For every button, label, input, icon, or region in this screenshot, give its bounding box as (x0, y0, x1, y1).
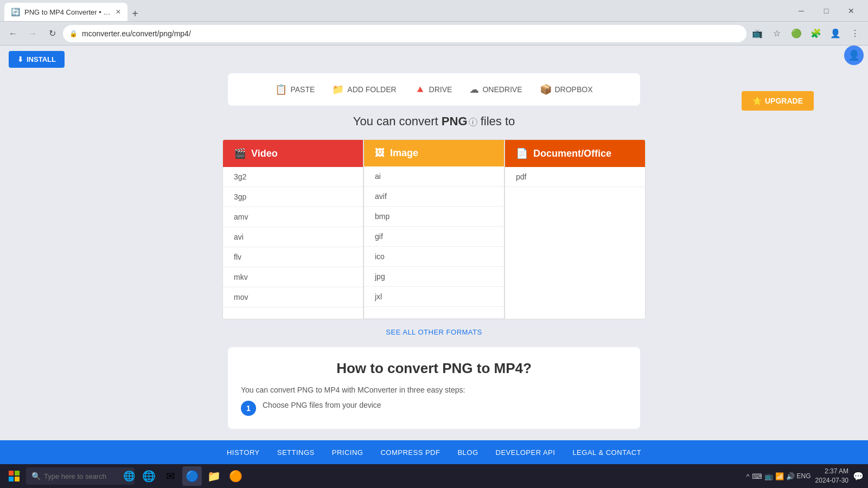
video-card: 🎬 Video 3g2 3gp amv avi flv mkv mov (222, 139, 363, 319)
forward-button[interactable]: → (24, 25, 41, 42)
chevron-up-icon[interactable]: ^ (746, 472, 749, 480)
how-to-intro: You can convert PNG to MP4 with MConvert… (241, 386, 627, 394)
image-card-body[interactable]: ai avif bmp gif ico jpg jxl (364, 166, 504, 318)
wifi-icon[interactable]: 📶 (775, 472, 784, 480)
step-1-text: Choose PNG files from your device (263, 401, 381, 409)
drive-icon: 🔺 (414, 84, 426, 95)
maximize-button[interactable]: □ (814, 0, 839, 22)
bing-icon: 🌐 (123, 470, 135, 482)
nav-legal-contact[interactable]: LEGAL & CONTACT (572, 448, 641, 457)
menu-button[interactable]: ⋮ (846, 25, 864, 42)
drive-option[interactable]: 🔺 DRIVE (414, 84, 452, 95)
lang-label: ENG (797, 472, 811, 480)
new-tab-button[interactable]: + (127, 6, 143, 21)
address-bar-row: ← → ↻ 🔒 mconverter.eu/convert/png/mp4/ 📺… (0, 22, 868, 46)
taskbar-search-input[interactable] (44, 472, 120, 480)
paste-option[interactable]: 📋 PASTE (275, 84, 315, 95)
format-bmp[interactable]: bmp (364, 207, 504, 227)
notification-icon[interactable]: 💬 (853, 471, 864, 481)
dropbox-label: DROPBOX (555, 85, 593, 94)
how-to-step-1: 1 Choose PNG files from your device (241, 401, 627, 416)
nav-blog[interactable]: BLOG (457, 448, 478, 457)
format-ai[interactable]: ai (364, 166, 504, 187)
bottom-nav: HISTORY SETTINGS PRICING COMPRESS PDF BL… (0, 440, 868, 464)
format-avi[interactable]: avi (223, 227, 363, 247)
nav-compress-pdf[interactable]: COMPRESS PDF (380, 448, 440, 457)
tab-close-btn[interactable]: ✕ (116, 8, 121, 16)
install-label: INSTALL (27, 55, 56, 63)
svg-rect-2 (9, 477, 14, 481)
how-to-title: How to convert PNG to MP4? (241, 360, 627, 377)
format-pdf[interactable]: pdf (505, 167, 645, 187)
paste-label: PASTE (290, 85, 315, 94)
close-button[interactable]: ✕ (839, 0, 864, 22)
browser-chrome: 🔄 PNG to MP4 Converter • Online... ✕ + ─… (0, 0, 868, 22)
cast-button[interactable]: 📺 (749, 25, 766, 42)
tab-favicon: 🔄 (11, 8, 20, 16)
refresh-button[interactable]: ↻ (43, 25, 61, 42)
dropbox-option[interactable]: 📦 DROPBOX (540, 84, 593, 95)
chrome-icon: 🔵 (186, 470, 199, 483)
onedrive-option[interactable]: ☁ ONEDRIVE (469, 84, 522, 95)
user-avatar[interactable]: 👤 (844, 46, 864, 65)
upload-options-bar: 📋 PASTE 📁 ADD FOLDER 🔺 DRIVE ☁ ONEDRIVE … (228, 73, 640, 106)
profile-button[interactable]: 👤 (827, 25, 844, 42)
format-avif[interactable]: avif (364, 187, 504, 207)
add-folder-option[interactable]: 📁 ADD FOLDER (332, 84, 396, 95)
keyboard-icon[interactable]: ⌨ (752, 472, 762, 480)
taskbar-chrome-app[interactable]: 🔵 (182, 466, 202, 486)
folder-icon: 📁 (332, 84, 344, 95)
install-button[interactable]: ⬇ INSTALL (9, 51, 65, 68)
active-tab[interactable]: 🔄 PNG to MP4 Converter • Online... ✕ (4, 3, 127, 21)
nav-pricing[interactable]: PRICING (332, 448, 363, 457)
display-icon[interactable]: 📺 (764, 472, 773, 480)
see-all-label: SEE ALL OTHER FORMATS (386, 328, 482, 336)
windows-logo-icon (9, 471, 20, 481)
image-card-header: 🖼 Image (364, 140, 504, 166)
format-mkv[interactable]: mkv (223, 267, 363, 287)
back-button[interactable]: ← (4, 25, 22, 42)
format-mov[interactable]: mov (223, 287, 363, 307)
dropbox-icon: 📦 (540, 84, 552, 95)
svg-rect-1 (15, 471, 20, 476)
format-jpg[interactable]: jpg (364, 267, 504, 287)
taskbar-apps: 🌐 ✉ 🔵 📁 🟠 (139, 466, 245, 486)
install-icon: ⬇ (17, 55, 23, 63)
minimize-button[interactable]: ─ (789, 0, 814, 22)
format-jxl[interactable]: jxl (364, 287, 504, 307)
see-all-formats[interactable]: SEE ALL OTHER FORMATS (0, 328, 868, 336)
format-ico[interactable]: ico (364, 247, 504, 267)
video-card-header: 🎬 Video (223, 140, 363, 167)
bookmark-button[interactable]: ☆ (768, 25, 786, 42)
taskbar-chrome2-app[interactable]: 🟠 (226, 466, 245, 486)
taskbar-folder-app[interactable]: 📁 (204, 466, 224, 486)
window-controls: ─ □ ✕ (789, 0, 864, 22)
video-card-body[interactable]: 3g2 3gp amv avi flv mkv mov (223, 167, 363, 319)
taskbar-search-bar[interactable]: 🔍 🌐 (26, 467, 135, 485)
time: 2:37 AM (815, 467, 848, 476)
address-bar[interactable]: 🔒 mconverter.eu/convert/png/mp4/ (63, 25, 746, 42)
extension1-button[interactable]: 🟢 (788, 25, 805, 42)
video-icon: 🎬 (234, 147, 246, 159)
format-flv[interactable]: flv (223, 247, 363, 267)
upgrade-button[interactable]: ⭐ UPGRADE (742, 91, 814, 111)
title-format: PNG (442, 114, 468, 128)
nav-developer-api[interactable]: DEVELOPER API (496, 448, 556, 457)
taskbar-edge-app[interactable]: 🌐 (139, 466, 158, 486)
taskbar-mail-app[interactable]: ✉ (161, 466, 180, 486)
format-3g2[interactable]: 3g2 (223, 167, 363, 187)
format-gif[interactable]: gif (364, 227, 504, 247)
time-display[interactable]: 2:37 AM 2024-07-30 (815, 467, 848, 485)
search-icon: 🔍 (31, 472, 41, 480)
nav-settings[interactable]: SETTINGS (277, 448, 315, 457)
image-label: Image (390, 147, 418, 159)
volume-icon[interactable]: 🔊 (786, 472, 795, 480)
nav-history[interactable]: HISTORY (227, 448, 260, 457)
format-amv[interactable]: amv (223, 207, 363, 227)
format-3gp[interactable]: 3gp (223, 187, 363, 207)
document-card-body[interactable]: pdf (505, 167, 645, 319)
start-button[interactable] (4, 466, 24, 486)
document-icon: 📄 (516, 147, 528, 159)
extension2-button[interactable]: 🧩 (807, 25, 825, 42)
tab-title: PNG to MP4 Converter • Online... (24, 8, 111, 16)
